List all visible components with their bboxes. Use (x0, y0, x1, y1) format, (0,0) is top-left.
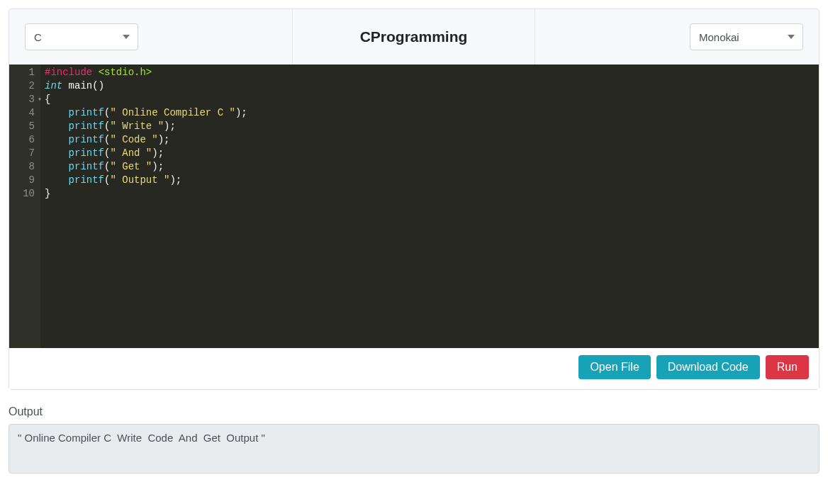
code-token: printf (69, 121, 104, 132)
code-token: printf (69, 161, 104, 172)
line-number: 6 (18, 133, 35, 147)
code-line[interactable]: int main() (45, 79, 247, 93)
code-token: printf (69, 134, 104, 145)
code-line[interactable]: printf(" Online Compiler C "); (45, 106, 247, 120)
code-token: #include (45, 67, 99, 78)
output-label: Output (9, 405, 819, 418)
line-number: 10 (18, 187, 35, 201)
toolbar-center: CProgramming (293, 9, 535, 65)
run-button[interactable]: Run (766, 355, 809, 379)
code-token: ); (158, 134, 170, 145)
editor-gutter: 12345678910 (9, 65, 40, 348)
code-token: printf (69, 174, 104, 186)
code-line[interactable]: printf(" Code "); (45, 133, 247, 147)
theme-select[interactable]: Monokai (690, 23, 803, 50)
line-number: 2 (18, 79, 35, 93)
line-number: 9 (18, 174, 35, 187)
main-panel: C CProgramming Monokai 12345678910 #incl… (9, 9, 819, 390)
code-line[interactable]: } (45, 187, 247, 201)
code-token: " And " (110, 147, 152, 159)
line-number: 5 (18, 120, 35, 133)
language-select-wrap: C (25, 23, 138, 50)
code-token: " Output " (110, 174, 169, 186)
code-token: " Write " (110, 121, 164, 132)
download-code-button[interactable]: Download Code (656, 355, 760, 379)
code-token: " Code " (110, 134, 157, 145)
code-token: <stdio.h> (99, 67, 152, 78)
code-line[interactable]: printf(" And "); (45, 147, 247, 160)
code-token: printf (69, 107, 104, 118)
code-token: main (62, 80, 92, 91)
code-token: () (92, 80, 104, 91)
language-select[interactable]: C (25, 23, 138, 50)
action-bar: Open File Download Code Run (9, 348, 819, 389)
code-token: ); (152, 161, 164, 172)
editor-code[interactable]: #include <stdio.h>int main(){ printf(" O… (40, 65, 252, 348)
code-line[interactable]: printf(" Write "); (45, 120, 247, 133)
line-number: 3 (18, 93, 35, 106)
line-number: 1 (18, 66, 35, 79)
code-token: " Online Compiler C " (110, 107, 235, 118)
page-title: CProgramming (360, 28, 468, 45)
theme-select-wrap: Monokai (690, 23, 803, 50)
code-token (45, 161, 69, 172)
code-token (45, 174, 69, 186)
code-token (45, 107, 69, 118)
code-token (45, 147, 69, 159)
toolbar-left: C (9, 9, 293, 65)
open-file-button[interactable]: Open File (578, 355, 650, 379)
code-editor[interactable]: 12345678910 #include <stdio.h>int main()… (9, 65, 819, 348)
line-number: 8 (18, 160, 35, 174)
code-line[interactable]: printf(" Output "); (45, 174, 247, 187)
code-token: int (45, 80, 62, 91)
line-number: 7 (18, 147, 35, 160)
code-token: " Get " (110, 161, 152, 172)
code-token: printf (69, 147, 104, 159)
toolbar: C CProgramming Monokai (9, 9, 819, 65)
line-number: 4 (18, 106, 35, 120)
code-token: ); (164, 121, 176, 132)
toolbar-right: Monokai (535, 9, 819, 65)
output-textarea[interactable] (9, 424, 819, 474)
code-token: } (45, 188, 50, 199)
code-token: ); (169, 174, 181, 186)
code-token (45, 134, 69, 145)
code-line[interactable]: printf(" Get "); (45, 160, 247, 174)
code-token: ); (235, 107, 247, 118)
code-token: ); (152, 147, 164, 159)
code-line[interactable]: #include <stdio.h> (45, 66, 247, 79)
code-token: { (45, 94, 50, 105)
code-token (45, 121, 69, 132)
code-line[interactable]: { (45, 93, 247, 106)
